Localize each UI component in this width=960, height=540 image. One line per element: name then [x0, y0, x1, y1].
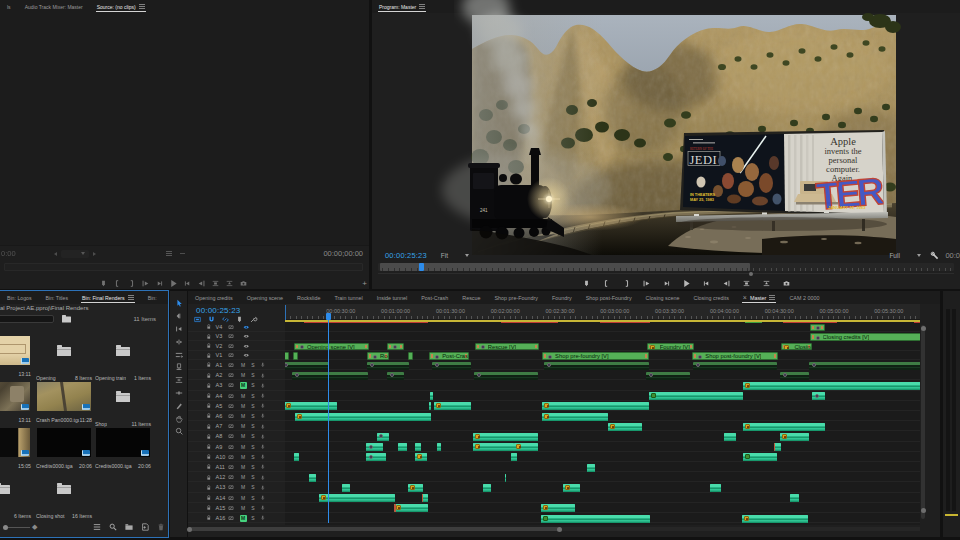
clip-a4-1[interactable]	[649, 392, 743, 400]
project-item-crash-pan0000-tga[interactable]: Crash Pan0000.tga11:28	[35, 382, 93, 423]
track-mute-toggle[interactable]: M	[240, 515, 247, 522]
clip-a13-2[interactable]	[483, 484, 491, 492]
clip-v2-1[interactable]	[387, 343, 404, 351]
extract-button[interactable]	[223, 278, 235, 289]
panel-menu-icon[interactable]	[128, 295, 134, 300]
track-sync-lock-toggle[interactable]	[228, 495, 234, 501]
track-sync-lock-toggle[interactable]	[228, 382, 234, 388]
track-solo-toggle[interactable]: S	[250, 392, 257, 399]
clip-a1-4[interactable]	[693, 362, 777, 370]
project-item-credits0000-tga[interactable]: Credits0000.tga20:06	[35, 428, 93, 469]
lift-button[interactable]	[209, 278, 221, 289]
timeline-snap-button[interactable]	[208, 316, 215, 323]
play-button[interactable]	[167, 278, 179, 289]
clip-a11-0[interactable]	[587, 464, 595, 472]
source-prev-arrow-icon[interactable]	[54, 252, 57, 256]
track-voiceover-toggle[interactable]	[260, 515, 266, 521]
timeline-playhead-line[interactable]	[328, 317, 329, 523]
clip-v1-1[interactable]	[293, 352, 298, 360]
clip-a1-1[interactable]	[367, 362, 409, 370]
clip-a1-0[interactable]	[285, 362, 329, 370]
track-mute-toggle[interactable]: M	[240, 443, 247, 450]
tab-bin-titles[interactable]: Bin: Titles	[39, 291, 76, 304]
timeline-track-a12[interactable]	[285, 473, 920, 482]
tab-program-master[interactable]: Program: Master	[372, 0, 432, 13]
track-solo-toggle[interactable]: S	[250, 453, 257, 460]
goto-out-button[interactable]	[720, 278, 732, 289]
bracket-open-button[interactable]	[111, 278, 123, 289]
clip-v2-closing-s[interactable]: Closing s	[781, 343, 811, 351]
track-lock-toggle[interactable]	[206, 485, 212, 491]
play-button[interactable]	[680, 278, 692, 289]
track-voiceover-toggle[interactable]	[260, 485, 266, 491]
clip-a10-1[interactable]	[366, 453, 386, 461]
tab-bin-[interactable]: Bin:	[141, 291, 164, 304]
clip-v1-shop-post-foundry-v-[interactable]: Shop post-foundry [V]	[692, 352, 778, 360]
clip-a5-1[interactable]	[429, 402, 431, 410]
tool-selection[interactable]	[171, 297, 187, 310]
track-output-toggle[interactable]	[243, 333, 250, 340]
clip-a9-2[interactable]	[415, 443, 421, 451]
clip-a9-3[interactable]	[437, 443, 441, 451]
project-item-opening-train[interactable]: Opening train1 Items	[94, 336, 152, 381]
clip-a2-4[interactable]	[780, 372, 809, 380]
timeline-vscrollbar[interactable]	[921, 325, 925, 519]
clip-a5-2[interactable]	[434, 402, 471, 410]
trash-button[interactable]	[157, 523, 165, 531]
track-mute-toggle[interactable]: M	[240, 402, 247, 409]
track-lock-toggle[interactable]	[206, 454, 212, 460]
clip-v2-opening-scene-v-[interactable]: Opening scene [V]	[294, 343, 369, 351]
track-sync-lock-toggle[interactable]	[228, 464, 234, 470]
source-settings-icon[interactable]	[166, 251, 172, 256]
track-voiceover-toggle[interactable]	[260, 464, 266, 470]
tab-opening-credits[interactable]: Opening credits	[188, 291, 240, 304]
track-lock-toggle[interactable]	[206, 515, 212, 521]
track-solo-toggle[interactable]: S	[250, 362, 257, 369]
track-lock-toggle[interactable]	[206, 434, 212, 440]
clip-a13-3[interactable]	[563, 484, 580, 492]
track-voiceover-toggle[interactable]	[260, 475, 266, 481]
tab-closing-scene[interactable]: Closing scene	[639, 291, 687, 304]
tab-close-icon[interactable]: ×	[743, 294, 747, 301]
track-voiceover-toggle[interactable]	[260, 424, 266, 430]
project-item-shop[interactable]: Shop11 Items	[94, 382, 152, 427]
track-solo-toggle[interactable]: S	[250, 494, 257, 501]
clip-v3-closing-credits-v-[interactable]: Closing credits [V]	[810, 333, 920, 341]
track-solo-toggle[interactable]: S	[250, 433, 257, 440]
track-mute-toggle[interactable]: M	[240, 484, 247, 491]
track-solo-toggle[interactable]: S	[250, 413, 257, 420]
timeline-ruler[interactable]: 00:0000:00:30:0000:01:00:0000:01:30:0000…	[285, 304, 920, 320]
track-mute-toggle[interactable]: M	[240, 392, 247, 399]
clip-a10-3[interactable]	[511, 453, 517, 461]
clip-a2-2[interactable]	[474, 372, 538, 380]
clip-a8-0[interactable]	[377, 433, 389, 441]
marker-button[interactable]	[97, 278, 109, 289]
extract-button[interactable]	[760, 278, 772, 289]
track-voiceover-toggle[interactable]	[260, 362, 266, 368]
track-lock-toggle[interactable]	[206, 444, 212, 450]
clip-a1-2[interactable]	[432, 362, 471, 370]
track-mute-toggle[interactable]: M	[240, 474, 247, 481]
track-voiceover-toggle[interactable]	[260, 495, 266, 501]
track-sync-lock-toggle[interactable]	[228, 505, 234, 511]
step-fwd-button[interactable]	[181, 278, 193, 289]
track-mute-toggle[interactable]: M	[240, 504, 247, 511]
project-item-opening[interactable]: Opening8 Items	[35, 336, 93, 381]
tab-bin-logos[interactable]: Bin: Logos	[0, 291, 39, 304]
project-zoom-in-handle[interactable]: ◆	[32, 523, 37, 531]
clip-v1-shop-pre-foundry-v-[interactable]: Shop pre-foundry [V]	[542, 352, 649, 360]
new-item-button[interactable]	[141, 523, 149, 531]
track-voiceover-toggle[interactable]	[260, 413, 266, 419]
track-voiceover-toggle[interactable]	[260, 444, 266, 450]
tool-razor[interactable]	[171, 361, 187, 374]
track-mute-toggle[interactable]: M	[240, 362, 247, 369]
track-solo-toggle[interactable]: S	[250, 484, 257, 491]
timeline-track-a2[interactable]	[285, 371, 920, 380]
timeline-track-a13[interactable]	[285, 483, 920, 492]
track-voiceover-toggle[interactable]	[260, 454, 266, 460]
program-scrubber[interactable]	[378, 263, 954, 271]
clip-a2-3[interactable]	[646, 372, 690, 380]
clip-v2-foundry-v-[interactable]: Foundry [V]	[647, 343, 694, 351]
track-lock-toggle[interactable]	[206, 403, 212, 409]
clip-a5-3[interactable]	[542, 402, 649, 410]
